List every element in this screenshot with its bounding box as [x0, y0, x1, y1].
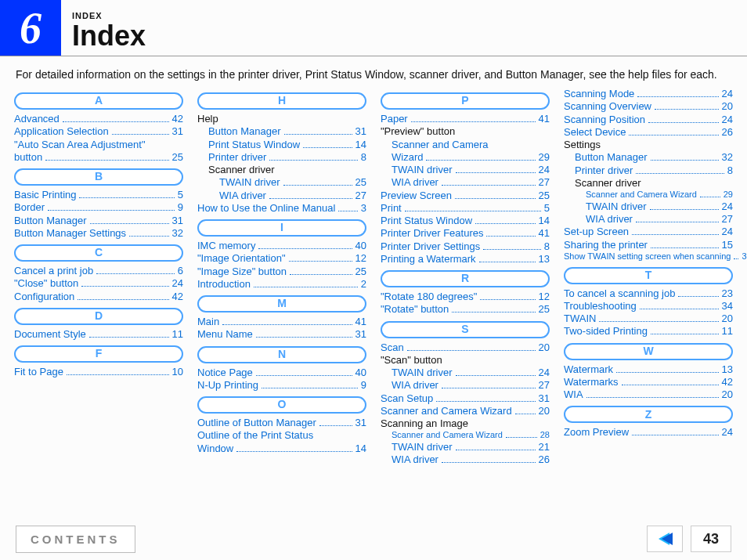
index-entry[interactable]: WIA driver27 [197, 190, 366, 202]
index-entry[interactable]: button25 [14, 151, 183, 164]
index-text: Paper [381, 113, 408, 125]
index-entry[interactable]: N-Up Printing9 [197, 379, 366, 392]
index-entry[interactable]: Scanning Overview20 [564, 100, 733, 113]
index-text: Scanning Mode [564, 88, 634, 100]
index-entry[interactable]: Troubleshooting34 [564, 300, 733, 313]
index-entry[interactable]: IMC memory40 [197, 240, 366, 252]
index-entry[interactable]: To cancel a scanning job23 [564, 287, 733, 300]
index-entry[interactable]: Preview Screen25 [381, 190, 550, 202]
index-entry[interactable]: Fit to Page10 [14, 366, 183, 378]
index-entry[interactable]: Watermark13 [564, 363, 733, 376]
index-entry[interactable]: Border9 [14, 201, 183, 214]
index-page: 20 [722, 100, 733, 113]
index-entry[interactable]: TWAIN driver25 [197, 176, 366, 189]
index-entry[interactable]: Document Style11 [14, 328, 183, 341]
index-page: 5 [178, 189, 183, 201]
index-entry[interactable]: WIA driver27 [564, 213, 733, 226]
index-entry[interactable]: Watermarks42 [564, 376, 733, 388]
index-entry[interactable]: TWAIN20 [564, 313, 733, 325]
index-entry[interactable]: Scan Setup31 [381, 392, 550, 405]
index-entry[interactable]: Paper41 [381, 113, 550, 125]
index-entry[interactable]: Scanner and Camera [381, 139, 550, 151]
index-entry[interactable]: WIA driver27 [381, 379, 550, 392]
index-entry[interactable]: "Image Size" button25 [197, 266, 366, 278]
index-entry[interactable]: Print Status Window14 [381, 215, 550, 227]
index-entry[interactable]: TWAIN driver24 [381, 367, 550, 379]
index-entry[interactable]: Configuration42 [14, 291, 183, 303]
index-entry[interactable]: Notice Page40 [197, 367, 366, 379]
leader-dots [78, 299, 168, 300]
index-entry[interactable]: How to Use the Online Manual3 [197, 202, 366, 215]
index-entry[interactable]: Scanner and Camera Wizard28 [381, 430, 550, 441]
index-entry[interactable]: Button Manager Settings32 [14, 227, 183, 240]
index-entry[interactable]: Select Device26 [564, 126, 733, 139]
index-entry[interactable]: WIA driver26 [381, 453, 550, 466]
letter-N: N [197, 346, 366, 363]
index-entry[interactable]: Button Manager31 [197, 125, 366, 138]
index-col-1: A Advanced42Application Selection31"Auto… [14, 88, 183, 467]
page-number: 43 [691, 526, 731, 552]
index-entry[interactable]: "Auto Scan Area Adjustment" [14, 139, 183, 151]
intro-text: For detailed information on the settings… [0, 56, 747, 88]
index-entry[interactable]: WIA driver27 [381, 176, 550, 189]
index-entry[interactable]: "Image Orientation"12 [197, 252, 366, 265]
leader-dots [651, 247, 719, 248]
index-page: 24 [172, 277, 183, 290]
index-entry[interactable]: Basic Printing5 [14, 189, 183, 201]
index-entry[interactable]: Outline of the Print Status [197, 429, 366, 442]
index-page: 42 [172, 291, 183, 303]
leader-dots [515, 414, 536, 414]
footer-right: 43 [647, 526, 731, 552]
index-entry[interactable]: Scanner and Camera Wizard29 [564, 190, 733, 201]
page-header: 6 INDEX Index [0, 0, 747, 56]
contents-button[interactable]: CONTENTS [16, 526, 135, 553]
index-entry[interactable]: TWAIN driver21 [381, 441, 550, 453]
index-entry[interactable]: Printer Driver Settings8 [381, 240, 550, 253]
index-entry[interactable]: Introduction2 [197, 278, 366, 291]
index-entry[interactable]: Wizard29 [381, 151, 550, 164]
index-text: Border [14, 201, 45, 214]
index-entry[interactable]: Application Selection31 [14, 125, 183, 138]
index-entry[interactable]: Main41 [197, 316, 366, 328]
letter-D: D [14, 308, 183, 325]
index-entry[interactable]: Two-sided Printing11 [564, 325, 733, 338]
index-entry[interactable]: Scan20 [381, 341, 550, 354]
index-entry[interactable]: Sharing the printer15 [564, 239, 733, 251]
index-entry[interactable]: "Close" button24 [14, 277, 183, 290]
leader-dots [112, 134, 169, 135]
index-entry[interactable]: Zoom Preview24 [564, 426, 733, 439]
index-entry[interactable]: Printer Driver Features41 [381, 227, 550, 240]
index-entry[interactable]: Printer driver8 [197, 151, 366, 164]
index-entry[interactable]: "Rotate" button25 [381, 303, 550, 316]
index-entry[interactable]: Print5 [381, 202, 550, 215]
index-text: How to Use the Online Manual [197, 202, 335, 215]
index-page: 14 [355, 443, 366, 455]
index-entry[interactable]: Window14 [197, 443, 366, 455]
leader-dots [636, 173, 724, 174]
index-page: 40 [355, 240, 366, 252]
index-entry[interactable]: Printer driver8 [564, 164, 733, 177]
index-entry[interactable]: Printing a Watermark13 [381, 253, 550, 266]
index-entry[interactable]: WIA20 [564, 388, 733, 401]
index-entry[interactable]: Button Manager32 [564, 151, 733, 164]
index-entry[interactable]: Advanced42 [14, 113, 183, 125]
index-entry[interactable]: Show TWAIN setting screen when scanning3… [564, 251, 733, 262]
index-page: 13 [722, 363, 733, 376]
index-entry[interactable]: Scanning Position24 [564, 114, 733, 126]
index-entry[interactable]: Set-up Screen24 [564, 226, 733, 238]
index-page: 24 [722, 201, 733, 213]
back-button[interactable] [647, 526, 683, 552]
index-entry[interactable]: "Rotate 180 degrees"12 [381, 291, 550, 303]
index-heading: Scanning an Image [381, 417, 550, 430]
index-entry[interactable]: Outline of Button Manager31 [197, 417, 366, 429]
index-text: Scanner and Camera Wizard [381, 405, 512, 417]
index-entry[interactable]: Button Manager31 [14, 215, 183, 227]
index-entry[interactable]: Print Status Window14 [197, 139, 366, 151]
index-entry[interactable]: Menu Name31 [197, 328, 366, 341]
index-entry[interactable]: Scanner and Camera Wizard20 [381, 405, 550, 417]
index-page: 14 [539, 215, 550, 227]
index-entry[interactable]: Scanning Mode24 [564, 88, 733, 100]
index-entry[interactable]: TWAIN driver24 [564, 201, 733, 213]
index-entry[interactable]: Cancel a print job6 [14, 265, 183, 277]
index-entry[interactable]: TWAIN driver24 [381, 164, 550, 176]
